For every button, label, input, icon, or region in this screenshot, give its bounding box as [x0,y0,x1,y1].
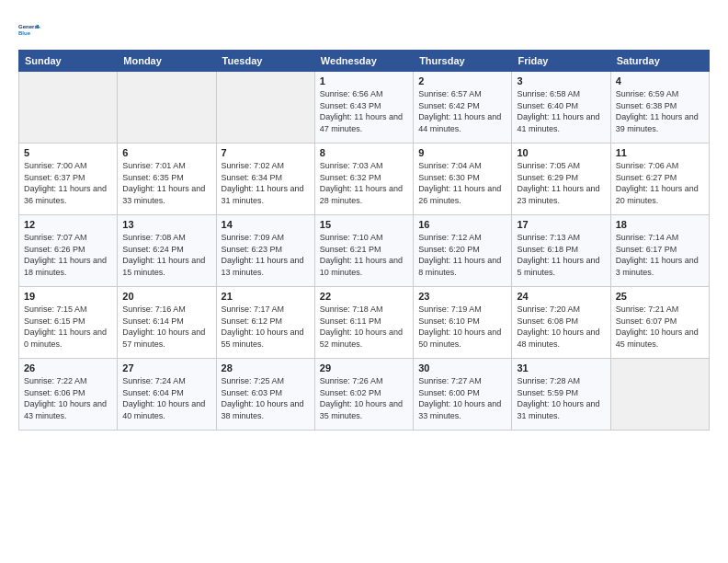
logo-icon: GeneralBlue [18,17,44,42]
header: GeneralBlue [18,17,710,42]
day-info: Sunrise: 7:15 AM Sunset: 6:15 PM Dayligh… [24,304,112,350]
day-info: Sunrise: 6:59 AM Sunset: 6:38 PM Dayligh… [616,88,704,134]
day-info: Sunrise: 7:28 AM Sunset: 5:59 PM Dayligh… [517,375,605,421]
calendar-cell: 15Sunrise: 7:10 AM Sunset: 6:21 PM Dayli… [314,215,413,287]
day-info: Sunrise: 7:00 AM Sunset: 6:37 PM Dayligh… [24,160,112,206]
day-info: Sunrise: 7:02 AM Sunset: 6:34 PM Dayligh… [222,160,310,206]
day-number: 4 [616,75,704,86]
day-number: 11 [616,147,704,158]
day-number: 30 [418,362,506,373]
day-info: Sunrise: 7:04 AM Sunset: 6:30 PM Dayligh… [418,160,506,206]
calendar-cell: 16Sunrise: 7:12 AM Sunset: 6:20 PM Dayli… [414,215,512,287]
day-info: Sunrise: 7:10 AM Sunset: 6:21 PM Dayligh… [320,232,408,278]
day-number: 31 [517,362,605,373]
day-number: 20 [122,291,210,302]
weekday-header: Thursday [414,51,512,72]
day-number: 15 [320,219,408,230]
day-number: 9 [418,147,506,158]
logo: GeneralBlue [18,17,44,42]
calendar-cell: 22Sunrise: 7:18 AM Sunset: 6:11 PM Dayli… [314,287,413,359]
calendar-cell: 12Sunrise: 7:07 AM Sunset: 6:26 PM Dayli… [19,215,118,287]
calendar-cell: 6Sunrise: 7:01 AM Sunset: 6:35 PM Daylig… [118,144,216,215]
calendar-cell [216,72,314,144]
day-info: Sunrise: 6:57 AM Sunset: 6:42 PM Dayligh… [418,88,506,134]
calendar-week-row: 1Sunrise: 6:56 AM Sunset: 6:43 PM Daylig… [19,72,710,144]
day-info: Sunrise: 7:27 AM Sunset: 6:00 PM Dayligh… [418,375,506,421]
calendar-week-row: 12Sunrise: 7:07 AM Sunset: 6:26 PM Dayli… [19,215,710,287]
day-info: Sunrise: 7:12 AM Sunset: 6:20 PM Dayligh… [418,232,506,278]
day-number: 21 [222,291,310,302]
page: GeneralBlue SundayMondayTuesdayWednesday… [0,0,728,563]
calendar-week-row: 5Sunrise: 7:00 AM Sunset: 6:37 PM Daylig… [19,144,710,215]
day-number: 16 [418,219,506,230]
svg-text:General: General [18,24,40,29]
calendar-cell: 7Sunrise: 7:02 AM Sunset: 6:34 PM Daylig… [216,144,314,215]
calendar-cell: 11Sunrise: 7:06 AM Sunset: 6:27 PM Dayli… [610,144,709,215]
day-number: 7 [222,147,310,158]
day-info: Sunrise: 7:19 AM Sunset: 6:10 PM Dayligh… [418,304,506,350]
day-info: Sunrise: 7:13 AM Sunset: 6:18 PM Dayligh… [517,232,605,278]
calendar-cell: 31Sunrise: 7:28 AM Sunset: 5:59 PM Dayli… [512,359,610,431]
day-number: 2 [418,75,506,86]
day-number: 12 [24,219,112,230]
weekday-header: Sunday [19,51,118,72]
day-number: 8 [320,147,408,158]
day-number: 10 [517,147,605,158]
day-info: Sunrise: 7:07 AM Sunset: 6:26 PM Dayligh… [24,232,112,278]
day-info: Sunrise: 7:03 AM Sunset: 6:32 PM Dayligh… [320,160,408,206]
calendar-cell: 21Sunrise: 7:17 AM Sunset: 6:12 PM Dayli… [216,287,314,359]
day-number: 23 [418,291,506,302]
weekday-header: Monday [118,51,216,72]
calendar-cell [19,72,118,144]
calendar-cell: 18Sunrise: 7:14 AM Sunset: 6:17 PM Dayli… [610,215,709,287]
day-number: 14 [222,219,310,230]
day-info: Sunrise: 7:22 AM Sunset: 6:06 PM Dayligh… [24,375,112,421]
day-number: 1 [320,75,408,86]
calendar-cell: 20Sunrise: 7:16 AM Sunset: 6:14 PM Dayli… [118,287,216,359]
day-info: Sunrise: 6:56 AM Sunset: 6:43 PM Dayligh… [320,88,408,134]
day-number: 19 [24,291,112,302]
day-number: 25 [616,291,704,302]
day-info: Sunrise: 7:18 AM Sunset: 6:11 PM Dayligh… [320,304,408,350]
day-number: 24 [517,291,605,302]
day-info: Sunrise: 7:25 AM Sunset: 6:03 PM Dayligh… [222,375,310,421]
day-info: Sunrise: 7:08 AM Sunset: 6:24 PM Dayligh… [122,232,210,278]
day-number: 27 [122,362,210,373]
day-info: Sunrise: 7:21 AM Sunset: 6:07 PM Dayligh… [616,304,704,350]
calendar-cell: 2Sunrise: 6:57 AM Sunset: 6:42 PM Daylig… [414,72,512,144]
day-number: 29 [320,362,408,373]
calendar-cell: 24Sunrise: 7:20 AM Sunset: 6:08 PM Dayli… [512,287,610,359]
calendar-cell: 4Sunrise: 6:59 AM Sunset: 6:38 PM Daylig… [610,72,709,144]
calendar-week-row: 19Sunrise: 7:15 AM Sunset: 6:15 PM Dayli… [19,287,710,359]
calendar-cell [118,72,216,144]
calendar-cell: 1Sunrise: 6:56 AM Sunset: 6:43 PM Daylig… [314,72,413,144]
day-info: Sunrise: 7:01 AM Sunset: 6:35 PM Dayligh… [122,160,210,206]
day-info: Sunrise: 7:05 AM Sunset: 6:29 PM Dayligh… [517,160,605,206]
day-number: 3 [517,75,605,86]
day-info: Sunrise: 7:14 AM Sunset: 6:17 PM Dayligh… [616,232,704,278]
calendar-cell: 30Sunrise: 7:27 AM Sunset: 6:00 PM Dayli… [414,359,512,431]
day-info: Sunrise: 7:17 AM Sunset: 6:12 PM Dayligh… [222,304,310,350]
day-number: 18 [616,219,704,230]
calendar-cell: 14Sunrise: 7:09 AM Sunset: 6:23 PM Dayli… [216,215,314,287]
calendar-cell: 25Sunrise: 7:21 AM Sunset: 6:07 PM Dayli… [610,287,709,359]
day-info: Sunrise: 7:09 AM Sunset: 6:23 PM Dayligh… [222,232,310,278]
calendar-week-row: 26Sunrise: 7:22 AM Sunset: 6:06 PM Dayli… [19,359,710,431]
day-info: Sunrise: 7:06 AM Sunset: 6:27 PM Dayligh… [616,160,704,206]
weekday-header: Tuesday [216,51,314,72]
calendar-cell: 29Sunrise: 7:26 AM Sunset: 6:02 PM Dayli… [314,359,413,431]
day-info: Sunrise: 7:24 AM Sunset: 6:04 PM Dayligh… [122,375,210,421]
calendar-cell: 27Sunrise: 7:24 AM Sunset: 6:04 PM Dayli… [118,359,216,431]
day-number: 28 [222,362,310,373]
calendar-cell: 23Sunrise: 7:19 AM Sunset: 6:10 PM Dayli… [414,287,512,359]
day-info: Sunrise: 6:58 AM Sunset: 6:40 PM Dayligh… [517,88,605,134]
svg-text:Blue: Blue [18,30,31,36]
calendar-cell: 8Sunrise: 7:03 AM Sunset: 6:32 PM Daylig… [314,144,413,215]
weekday-header: Saturday [610,51,709,72]
calendar-cell: 3Sunrise: 6:58 AM Sunset: 6:40 PM Daylig… [512,72,610,144]
calendar-cell: 19Sunrise: 7:15 AM Sunset: 6:15 PM Dayli… [19,287,118,359]
calendar-cell: 28Sunrise: 7:25 AM Sunset: 6:03 PM Dayli… [216,359,314,431]
calendar-cell: 17Sunrise: 7:13 AM Sunset: 6:18 PM Dayli… [512,215,610,287]
day-number: 6 [122,147,210,158]
calendar-table: SundayMondayTuesdayWednesdayThursdayFrid… [18,50,710,431]
